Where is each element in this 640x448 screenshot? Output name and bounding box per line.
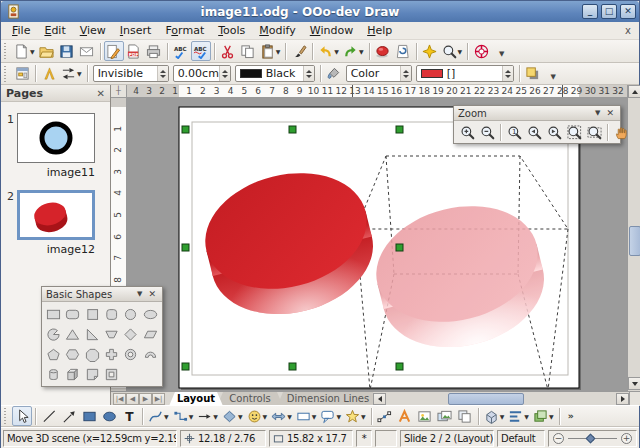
zoom-next-button[interactable] (544, 122, 564, 142)
redo-button[interactable]: ▼ (341, 41, 366, 61)
zoom-entire-page-button[interactable] (564, 122, 584, 142)
tab-dimension-lines[interactable]: Dimension Lines (277, 392, 379, 406)
dropdown-arrow-icon[interactable]: ▼ (361, 413, 366, 420)
dropdown-arrow-icon[interactable]: ▼ (359, 48, 364, 55)
shape-regular-pentagon-button[interactable] (44, 345, 63, 363)
shape-trapezoid-button[interactable] (102, 325, 121, 343)
previous-layer-button[interactable]: ◀ (126, 393, 139, 405)
save-button[interactable] (57, 41, 77, 61)
fill-color-select[interactable]: [] (416, 65, 514, 82)
curve-button[interactable]: ▼ (146, 406, 171, 426)
rectangle-button[interactable] (79, 406, 99, 426)
dropdown-arrow-icon[interactable]: ▼ (458, 48, 463, 55)
basic-shapes-button[interactable]: ▼ (220, 406, 245, 426)
zoom-out-button[interactable]: − (553, 433, 564, 444)
dropdown-arrow-icon[interactable]: ▼ (312, 413, 317, 420)
dropdown-arrow-icon[interactable]: ▼ (77, 70, 82, 77)
shape-square-rounded-button[interactable] (102, 305, 121, 323)
toolbar-grip[interactable] (4, 43, 9, 59)
toolbar-options-button[interactable]: ▼ (495, 42, 508, 60)
horizontal-scrollbar[interactable] (387, 393, 616, 405)
dropdown-arrow-icon[interactable]: ▼ (549, 413, 554, 420)
copy-button[interactable] (238, 41, 258, 61)
fill-color-spinner[interactable] (502, 66, 513, 81)
shape-isosceles-triangle-button[interactable] (63, 325, 82, 343)
dropdown-arrow-icon[interactable]: ▼ (189, 413, 194, 420)
zoom-previous-button[interactable] (524, 122, 544, 142)
open-button[interactable] (37, 41, 57, 61)
scroll-right-button[interactable] (616, 393, 629, 405)
toolbar-grip[interactable] (4, 66, 9, 82)
shift-button[interactable] (611, 122, 631, 142)
extrusion-button[interactable]: ▼ (482, 406, 507, 426)
zoom-palette-close-icon[interactable]: ✕ (604, 108, 616, 118)
minimize-button[interactable]: _ (582, 4, 598, 19)
shape-cross-button[interactable] (102, 345, 121, 363)
gallery-image-button[interactable] (435, 406, 455, 426)
more-button[interactable]: » (563, 406, 583, 426)
arrange-button[interactable]: ▼ (531, 406, 556, 426)
dropdown-arrow-icon[interactable]: ▼ (524, 413, 529, 420)
shape-ring-button[interactable] (121, 345, 140, 363)
shape-rectangle-rounded-button[interactable] (63, 305, 82, 323)
styles-and-formatting-button[interactable] (12, 64, 32, 84)
menu-view[interactable]: View (73, 23, 113, 38)
close-document-button[interactable]: x (625, 25, 631, 36)
zoom-out-button[interactable] (477, 122, 497, 142)
arrow-style-button[interactable]: ▼ (59, 64, 84, 84)
zoom-button[interactable]: ▼ (440, 41, 465, 61)
print-button[interactable] (144, 41, 164, 61)
line-dialog-button[interactable] (39, 64, 59, 84)
shadow-button[interactable] (523, 64, 543, 84)
zoom-slider-thumb[interactable] (585, 433, 595, 443)
zoom-slider[interactable]: − + (548, 430, 637, 447)
flowcharts-button[interactable]: ▼ (294, 406, 319, 426)
horizontal-scrollbar-thumb[interactable] (448, 393, 524, 405)
select-button[interactable] (12, 406, 32, 426)
zoom-in-button[interactable] (457, 122, 477, 142)
dropdown-arrow-icon[interactable]: ▼ (30, 48, 35, 55)
fill-type-select[interactable]: Color (346, 65, 412, 82)
menu-edit[interactable]: Edit (37, 23, 72, 38)
maximize-button[interactable]: □ (601, 4, 617, 19)
symbol-shapes-button[interactable]: ▼ (245, 406, 270, 426)
line-color-spinner[interactable] (303, 66, 314, 81)
fill-type-spinner[interactable] (400, 66, 411, 81)
block-arrows-button[interactable]: ▼ (269, 406, 294, 426)
shape-right-triangle-button[interactable] (83, 325, 102, 343)
shape-cube-button[interactable] (63, 365, 82, 383)
page-thumbnail-box[interactable] (17, 190, 95, 240)
tab-layout[interactable]: Layout (169, 392, 223, 406)
page-style-field[interactable]: Default (497, 430, 545, 447)
shape-ellipse-button[interactable] (141, 305, 160, 323)
menu-file[interactable]: File (5, 23, 37, 38)
navigator-button[interactable] (420, 41, 440, 61)
lines-and-arrows-button[interactable]: ▼ (195, 406, 220, 426)
pages-panel-close-icon[interactable]: ✕ (97, 88, 105, 99)
spellcheck-button[interactable]: ABC (171, 41, 191, 61)
undo-button[interactable]: ▼ (316, 41, 341, 61)
page-thumbnail-box[interactable] (17, 113, 95, 163)
zoom-slider-track[interactable] (568, 438, 617, 439)
next-layer-button[interactable]: ▶ (139, 393, 152, 405)
dropdown-arrow-icon[interactable]: ▼ (238, 413, 243, 420)
line-ends-with-arrow-button[interactable] (59, 406, 79, 426)
line-button[interactable] (39, 406, 59, 426)
auto-spellcheck-button[interactable]: ABC (191, 41, 211, 61)
dropdown-arrow-icon[interactable]: ▼ (334, 48, 339, 55)
export-pdf-button[interactable]: PDF (124, 41, 144, 61)
shape-parallelogram-button[interactable] (141, 325, 160, 343)
vertical-scrollbar-thumb[interactable] (629, 226, 640, 256)
selection-handle[interactable] (182, 244, 189, 251)
line-width-select[interactable]: 0.00cm (173, 65, 231, 82)
zoom-100-button[interactable]: 1 (504, 122, 524, 142)
shape-cylinder-button[interactable] (44, 365, 63, 383)
zoom-in-button[interactable]: + (621, 433, 632, 444)
clone-button[interactable] (455, 406, 475, 426)
menu-modify[interactable]: Modify (252, 23, 302, 38)
new-document-button[interactable]: ▼ (12, 41, 37, 61)
from-file-button[interactable] (415, 406, 435, 426)
area-dialog-button[interactable] (324, 64, 344, 84)
page-thumbnail-image11[interactable]: 1 (1, 113, 110, 163)
dropdown-arrow-icon[interactable]: ▼ (213, 413, 218, 420)
